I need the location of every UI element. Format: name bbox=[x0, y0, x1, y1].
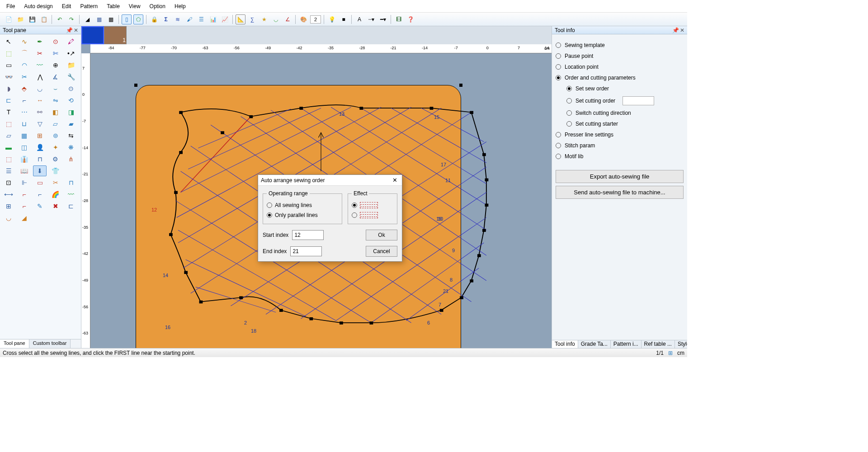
compass-tool-icon[interactable]: ⊕ bbox=[49, 60, 62, 71]
pin-icon[interactable]: 📌 bbox=[672, 27, 679, 33]
edit-point-icon[interactable]: ⬘ bbox=[18, 83, 31, 94]
dialog-close-icon[interactable]: ✕ bbox=[390, 176, 399, 185]
strips-tool-icon[interactable]: ☰ bbox=[2, 165, 15, 176]
scissors-tool-icon[interactable]: ✄ bbox=[49, 48, 62, 59]
menu-help[interactable]: Help bbox=[170, 1, 190, 11]
swap-tool-icon[interactable]: ⇆ bbox=[64, 130, 78, 141]
align-tool-icon[interactable]: ⊩ bbox=[18, 177, 31, 188]
opt-order-cutting[interactable]: Order and cutting parameters bbox=[556, 72, 684, 83]
line-chart-icon[interactable]: 📈 bbox=[220, 14, 230, 24]
book-tool-icon[interactable]: 📖 bbox=[18, 165, 31, 176]
edge-tool-icon[interactable]: ⌐ bbox=[18, 189, 31, 200]
eraser-icon[interactable]: ◢ bbox=[82, 14, 92, 24]
folder-tool-icon[interactable]: 📁 bbox=[64, 60, 78, 71]
opt-pause-point[interactable]: Pause point bbox=[556, 51, 684, 61]
outline-tool-icon[interactable]: ⬚ bbox=[2, 154, 15, 165]
opt-set-cutting-order[interactable]: Set cutting order bbox=[566, 94, 684, 108]
blue-match-icon[interactable]: ⊓ bbox=[64, 177, 78, 188]
design-canvas[interactable]: 1 2 3 4 5 6 7 8 9 10 11 12 13 14 15 16 1… bbox=[90, 53, 552, 348]
film-icon[interactable]: 🎞 bbox=[394, 14, 404, 24]
menu-auto-design[interactable]: Auto design bbox=[19, 1, 57, 11]
lock-icon[interactable]: 🔒 bbox=[149, 14, 159, 24]
color-wheel-icon[interactable]: 🎨 bbox=[298, 14, 308, 24]
measure-line-icon[interactable]: ⟷ bbox=[2, 189, 15, 200]
join-tool-icon[interactable]: ⊞ bbox=[33, 130, 47, 141]
ok-button[interactable]: Ok bbox=[366, 230, 397, 240]
skew-tool-icon[interactable]: ▱ bbox=[2, 130, 15, 141]
opt-presser-line[interactable]: Presser line settings bbox=[556, 129, 684, 140]
preview-thumb-2[interactable]: 1 bbox=[104, 26, 127, 44]
radio-effect-1[interactable] bbox=[352, 200, 393, 210]
dashed-rect-icon[interactable]: ⬚ bbox=[2, 118, 15, 129]
rtab-grade[interactable]: Grade Ta... bbox=[578, 340, 611, 348]
angle-icon[interactable]: ∠ bbox=[283, 14, 292, 24]
rtab-pattern[interactable]: Pattern i... bbox=[611, 340, 642, 348]
tab-custom-toolbar[interactable]: Custom toolbar bbox=[29, 339, 71, 348]
frame-handle[interactable] bbox=[134, 84, 137, 87]
copy-icon[interactable]: 📋 bbox=[39, 14, 49, 24]
bulb-icon[interactable]: 💡 bbox=[327, 14, 337, 24]
help-icon[interactable]: ❓ bbox=[406, 14, 415, 24]
menu-view[interactable]: View bbox=[124, 1, 145, 11]
tab-tool-pane[interactable]: Tool pane bbox=[0, 339, 29, 348]
final-tool-icon[interactable]: ⊏ bbox=[64, 201, 78, 212]
arc-tool-icon[interactable]: ◠ bbox=[18, 60, 31, 71]
fill-tool-icon[interactable]: ◧ bbox=[49, 107, 62, 118]
circle-tool-icon[interactable]: ⊙ bbox=[64, 83, 78, 94]
angle-tool-icon[interactable]: ∡ bbox=[49, 71, 62, 82]
text-tool-icon[interactable]: T bbox=[2, 107, 15, 118]
pen-tool-icon[interactable]: ✒ bbox=[33, 36, 47, 47]
formula-icon[interactable]: ∑ bbox=[247, 14, 257, 24]
redo-icon[interactable]: ↷ bbox=[66, 14, 76, 24]
menu-pattern[interactable]: Pattern bbox=[75, 1, 102, 11]
menu-file[interactable]: File bbox=[2, 1, 19, 11]
text-icon[interactable]: A bbox=[354, 14, 364, 24]
dialog-titlebar[interactable]: Auto arrange sewing order ✕ bbox=[258, 175, 402, 186]
line-weight-icon[interactable]: ━▾ bbox=[378, 14, 388, 24]
open-file-icon[interactable]: 📁 bbox=[15, 14, 25, 24]
rect-tool-icon[interactable]: ▭ bbox=[2, 60, 15, 71]
chart-icon[interactable]: 📊 bbox=[208, 14, 218, 24]
pin-icon[interactable]: 📌 bbox=[66, 27, 73, 33]
highlight-tool-icon[interactable]: ⬚ bbox=[2, 48, 15, 59]
corner-tool-icon[interactable]: ⌐ bbox=[33, 189, 47, 200]
red-rect-tool-icon[interactable]: ▭ bbox=[33, 177, 47, 188]
opt-sewing-template[interactable]: Sewing template bbox=[556, 40, 684, 51]
spin-input[interactable] bbox=[310, 15, 321, 24]
segment-tool-icon[interactable]: ⊏ bbox=[2, 95, 15, 106]
link-tool-icon[interactable]: ⚯ bbox=[33, 107, 47, 118]
measure-icon[interactable]: 📐 bbox=[236, 14, 245, 24]
spline-tool-icon[interactable]: 〰 bbox=[33, 60, 47, 71]
corner2-tool-icon[interactable]: ⌐ bbox=[18, 201, 31, 212]
export-file-button[interactable]: Export auto-sewing file bbox=[556, 170, 684, 183]
group-rect-icon[interactable]: ⊡ bbox=[2, 177, 15, 188]
seam-tool-icon[interactable]: ⊓ bbox=[33, 154, 47, 165]
arrow-tool-icon[interactable]: ↖ bbox=[2, 36, 15, 47]
radio-effect-2[interactable] bbox=[352, 210, 393, 220]
body-tool-icon[interactable]: 👔 bbox=[18, 154, 31, 165]
black-square-icon[interactable]: ■ bbox=[339, 14, 349, 24]
panel-tool-icon[interactable]: ▱ bbox=[49, 118, 62, 129]
menu-option[interactable]: Option bbox=[145, 1, 170, 11]
send-to-machine-button[interactable]: Send auto-sewing file to machine... bbox=[556, 186, 684, 199]
overlap-tool-icon[interactable]: ◫ bbox=[18, 142, 31, 153]
gradient-tool-icon[interactable]: ◨ bbox=[64, 107, 78, 118]
rotate-tool-icon[interactable]: ⟲ bbox=[64, 95, 78, 106]
arc2-tool-icon[interactable]: ◡ bbox=[2, 212, 15, 223]
width-tool-icon[interactable]: ↔ bbox=[33, 95, 47, 106]
brush-icon[interactable]: 🖌 bbox=[184, 14, 194, 24]
rtab-style[interactable]: Style ima... bbox=[675, 340, 687, 348]
smooth-tool-icon[interactable]: ⌣ bbox=[49, 83, 62, 94]
grid3-tool-icon[interactable]: ⊞ bbox=[2, 201, 15, 212]
protractor-tool-icon[interactable]: ◗ bbox=[2, 83, 15, 94]
frame-icon[interactable]: ▯ bbox=[122, 14, 132, 24]
start-index-input[interactable] bbox=[292, 230, 324, 240]
node-tool-icon[interactable]: ⊙ bbox=[49, 36, 62, 47]
opt-set-sew-order[interactable]: Set sew order bbox=[566, 83, 684, 94]
grid-icon[interactable]: ▦ bbox=[106, 14, 116, 24]
cancel-button[interactable]: Cancel bbox=[366, 246, 397, 257]
frame-handle[interactable] bbox=[459, 84, 462, 87]
edit2-tool-icon[interactable]: ✎ bbox=[33, 201, 47, 212]
pocket-tool-icon[interactable]: ⊔ bbox=[18, 118, 31, 129]
marker-tool-icon[interactable]: 🖍 bbox=[64, 36, 78, 47]
